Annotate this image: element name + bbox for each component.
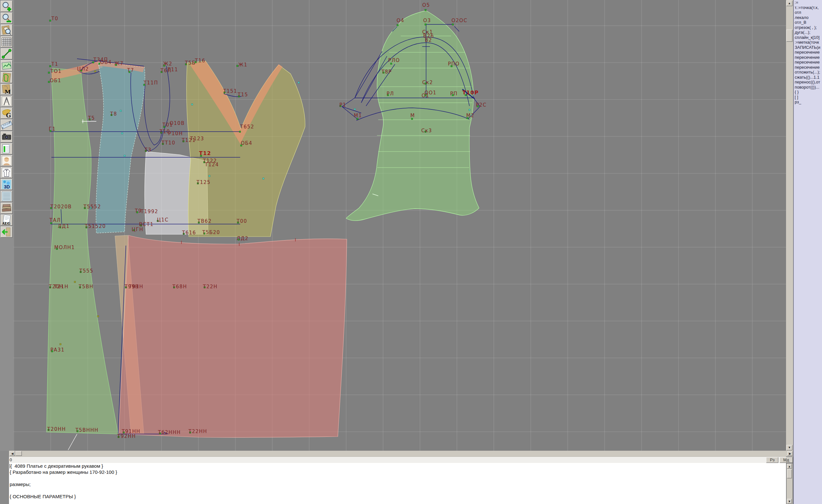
command-line[interactable]: пересечение bbox=[794, 60, 822, 65]
pattern-point-label: Т00 bbox=[236, 218, 247, 224]
command-line[interactable]: лекало bbox=[794, 15, 822, 20]
canvas-hscrollbar[interactable]: ◀ ▶ bbox=[9, 451, 793, 457]
pattern-point-label: Ск2 bbox=[422, 80, 433, 85]
pattern-point-label: Т5ВН bbox=[78, 284, 93, 290]
pattern-point-label: Г1 bbox=[49, 126, 56, 132]
ruler-origin-label: 0 bbox=[10, 457, 12, 462]
pattern-point-label: РП bbox=[450, 91, 458, 97]
canvas-vscrollbar[interactable]: ▲ ▼ bbox=[786, 0, 793, 451]
pattern-point-label: О1 bbox=[422, 93, 429, 98]
rz-button[interactable]: Рз bbox=[766, 457, 778, 463]
cyan-point-marker bbox=[263, 178, 264, 179]
olive-point-marker bbox=[94, 71, 96, 72]
pattern-point-label: Т5552 bbox=[83, 204, 101, 209]
command-line[interactable]: [ ] bbox=[794, 95, 822, 100]
command-line[interactable]: сжать(()...1.1 bbox=[794, 75, 822, 80]
olive-point-marker bbox=[74, 281, 76, 283]
command-list-panel[interactable]: :=т.:=точка(т.х,отллекалоотл_Вотрезок( ,… bbox=[793, 0, 822, 504]
command-line[interactable]: пересечение bbox=[794, 65, 822, 70]
pattern-point-label: Т151 bbox=[223, 88, 237, 94]
program-text-line: { 4089 Платье с декоративным рукавом } bbox=[9, 463, 786, 469]
pattern-point-label: Т16 bbox=[194, 58, 206, 64]
pattern-point-label: Т5Б bbox=[184, 60, 196, 66]
text-vscroll-thumb[interactable] bbox=[787, 469, 792, 478]
pattern-point-label: О2ОС bbox=[451, 18, 467, 23]
pattern-point-label: ЛД2 bbox=[237, 235, 249, 241]
pattern-point-label: ТО1 bbox=[50, 68, 62, 74]
piece-side-teal bbox=[96, 62, 145, 233]
pattern-point-label: Т616 bbox=[182, 230, 196, 235]
command-line[interactable]: отл bbox=[794, 10, 822, 15]
pattern-point-label: РА31 bbox=[50, 347, 64, 353]
pattern-point-label: Т68Н bbox=[172, 284, 187, 290]
pattern-point-label: ТТ10 bbox=[161, 140, 175, 146]
pattern-point-label: Т62ННН bbox=[158, 430, 181, 435]
text-scroll-down-button[interactable]: ▼ bbox=[787, 499, 792, 504]
pattern-point-label: Т22НН bbox=[188, 429, 207, 434]
piece-skirt-pink bbox=[119, 235, 347, 437]
app-window: MAG783DALG bbox=[0, 0, 822, 504]
command-line[interactable]: рз_ bbox=[794, 99, 822, 105]
command-line[interactable]: поворот(())... bbox=[794, 85, 822, 90]
pattern-point-label: М bbox=[410, 113, 415, 118]
pattern-point-label: Т8 bbox=[110, 111, 117, 117]
olive-point-marker bbox=[97, 316, 99, 317]
pattern-point-label: Т5 bbox=[88, 115, 95, 121]
green-point-marker bbox=[49, 20, 51, 21]
command-line[interactable]: :=метка(точк bbox=[794, 40, 822, 45]
command-line[interactable]: отл_В bbox=[794, 20, 822, 25]
program-text-area[interactable]: { 4089 Платье с декоративным рукавом }{ … bbox=[9, 463, 786, 504]
pattern-point-label: О4 bbox=[397, 18, 404, 23]
md-button[interactable]: Мд bbox=[780, 457, 793, 463]
cyan-point-marker bbox=[298, 82, 300, 83]
scroll-left-button[interactable]: ◀ bbox=[10, 451, 15, 456]
command-line[interactable]: пересечение bbox=[794, 50, 822, 55]
pattern-point-label: Т3 bbox=[144, 147, 151, 153]
pattern-point-label: Т8Р bbox=[381, 69, 392, 75]
command-line[interactable]: т.:=точка(т.х, bbox=[794, 5, 822, 10]
pattern-point-label: ЦЛ2 bbox=[77, 66, 89, 72]
pattern-point-label: Т92НН bbox=[117, 433, 136, 439]
cyan-point-marker bbox=[191, 104, 193, 105]
scroll-right-button[interactable]: ▶ bbox=[787, 451, 793, 456]
hscroll-thumb[interactable] bbox=[15, 451, 22, 456]
command-line[interactable]: отрезок( , ); bbox=[794, 25, 822, 30]
vscroll-thumb[interactable] bbox=[786, 30, 792, 42]
command-line[interactable]: сплайн_к[10] bbox=[794, 35, 822, 40]
pattern-point-label: Т51520 bbox=[84, 223, 106, 229]
pattern-point-label: Ц1С bbox=[157, 217, 168, 223]
scroll-down-button[interactable]: ▼ bbox=[786, 445, 792, 450]
text-vscrollbar[interactable]: ▲ ▼ bbox=[787, 464, 792, 504]
pattern-point-label: ЛД1 bbox=[58, 223, 70, 229]
pattern-point-label: Т1 bbox=[51, 61, 58, 67]
command-line[interactable]: дуга(...); bbox=[794, 30, 822, 35]
pattern-point-label: Ж7 bbox=[114, 61, 124, 66]
pattern-point-label: В2 bbox=[425, 37, 432, 43]
green-point-marker bbox=[49, 65, 51, 67]
pattern-point-label: Т652 bbox=[240, 124, 254, 130]
command-line[interactable]: перенос((),от bbox=[794, 80, 822, 85]
command-line[interactable]: пересечение bbox=[794, 55, 822, 60]
pattern-point-label: Т123 bbox=[190, 136, 204, 141]
pattern-point-label: О10В bbox=[169, 120, 184, 126]
text-caret bbox=[10, 464, 10, 468]
pattern-point-label: Т22Н bbox=[202, 284, 218, 290]
command-line[interactable]: := bbox=[794, 0, 822, 5]
olive-point-marker bbox=[60, 344, 61, 345]
pattern-point-label: Ск3 bbox=[421, 128, 432, 133]
green-point-marker bbox=[397, 24, 398, 26]
program-text-line: { ОСНОВНЫЕ ПАРАМЕТРЫ } bbox=[9, 493, 786, 500]
pattern-point-label: Т20НН bbox=[47, 426, 66, 432]
pattern-point-label: Т7 bbox=[127, 67, 134, 73]
command-line[interactable]: отложить(...); bbox=[794, 70, 822, 75]
command-line[interactable]: { } bbox=[794, 90, 822, 95]
green-point-marker bbox=[48, 72, 50, 73]
command-line[interactable]: ЗАПИСАТЬ(и bbox=[794, 45, 822, 50]
scroll-up-button[interactable]: ▲ bbox=[786, 1, 792, 6]
green-point-marker bbox=[425, 24, 426, 25]
pattern-point-label: М2 bbox=[466, 113, 475, 118]
text-scroll-up-button[interactable]: ▲ bbox=[787, 464, 792, 469]
cyan-point-marker bbox=[124, 155, 125, 157]
pattern-point-label: ОВ4 bbox=[100, 59, 112, 65]
green-point-marker bbox=[452, 24, 454, 25]
